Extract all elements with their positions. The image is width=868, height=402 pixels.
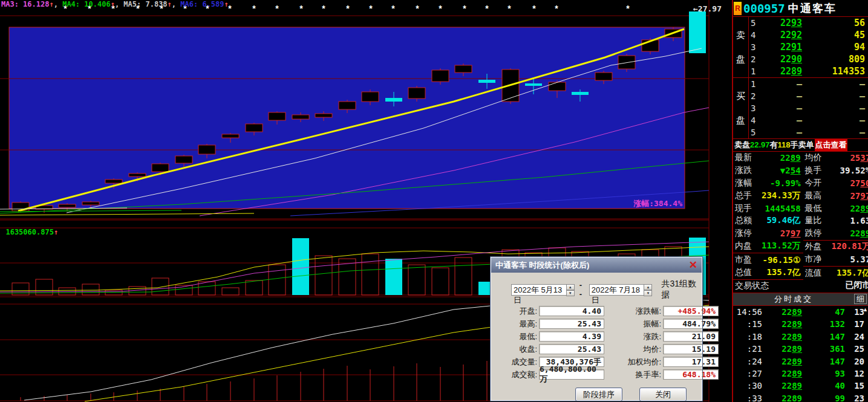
buy-level-row[interactable]: 3 — —: [749, 102, 868, 114]
stat-cell: 换手 39.52%: [803, 164, 868, 177]
stat-value: 2797: [832, 191, 868, 201]
spinner-down-icon[interactable]: ▼: [566, 290, 575, 296]
tick-row[interactable]: :21 2289 361 25: [733, 343, 868, 355]
tick-row[interactable]: :30 2289 40 15: [733, 380, 868, 392]
date-from-input[interactable]: 2022年 5月13日: [511, 284, 566, 296]
spinner-up-icon[interactable]: ▲: [644, 284, 652, 290]
stat-value: 1445458: [762, 204, 801, 213]
buy-level-row[interactable]: 1 — —: [749, 78, 868, 90]
spinner-down-icon[interactable]: ▼: [644, 290, 652, 296]
tick-row[interactable]: :27 2289 93 12: [733, 368, 868, 380]
buy-level-row[interactable]: 5 — —: [749, 126, 868, 138]
spinner-up-icon[interactable]: ▲: [566, 284, 575, 290]
tick-row[interactable]: 14:56 2289 47 13: [733, 306, 868, 318]
field-value-box: 25.43: [539, 344, 604, 354]
field-label: 成交额:: [496, 369, 537, 380]
field-label: 涨跌幅:: [604, 306, 661, 317]
field-label: 最高:: [496, 319, 537, 329]
tick-row[interactable]: :15 2289 132 17: [733, 318, 868, 330]
buy-order-book: 买盘 1 — — 2 — — 3 — —: [733, 78, 868, 139]
candle-up: [152, 164, 169, 172]
stat-label: 现手: [735, 203, 762, 214]
stat-value: 已闭市: [832, 280, 868, 291]
stat-label: 总额: [735, 215, 762, 226]
stock-name: 中通客车: [788, 1, 837, 16]
sell-level-row[interactable]: 2 2290 809: [749, 53, 868, 65]
close-button[interactable]: 关闭: [639, 387, 687, 401]
field-value-box: 648.18%: [663, 369, 719, 380]
up-arrow-icon: ↑: [224, 0, 229, 8]
candle-up: [198, 145, 215, 154]
buy-level-row[interactable]: 2 — —: [749, 90, 868, 102]
day-marker-icon: *: [507, 4, 511, 13]
up-arrow-icon: ↑: [168, 0, 172, 8]
stat-value: 135.7亿: [832, 268, 868, 279]
candle-up: [595, 73, 612, 80]
close-icon[interactable]: ✕: [689, 260, 697, 270]
dialog-titlebar[interactable]: 中通客车 时段统计(除权后) ✕: [491, 258, 702, 273]
field-row: 成交额: 6,480,800.00万 换手率: 648.18%: [496, 368, 702, 381]
tick-list[interactable]: ▲ 14:56 2289 47 13 :15 2289 132 17: [733, 306, 868, 402]
candle-up: [455, 65, 472, 73]
day-marker-icon: *: [463, 4, 466, 13]
scroll-up-icon[interactable]: ▲: [863, 307, 868, 313]
click-to-view-link[interactable]: 点击查看: [815, 139, 847, 151]
tick-row[interactable]: :24 2289 147 20: [733, 355, 868, 367]
stat-label: 换手: [805, 165, 832, 176]
stat-value: 59.46亿: [762, 215, 801, 226]
volume-bar-up: [82, 284, 99, 295]
stat-cell: 今开 2750: [803, 177, 868, 190]
rights-badge-icon: R: [734, 2, 742, 15]
tick-row[interactable]: :18 2289 147 24: [733, 331, 868, 343]
field-label: 振幅:: [604, 319, 661, 329]
stat-cell: 外盘 120.81万: [803, 240, 868, 253]
sell-order-book: 卖盘 5 2293 56 4 2292 45 3 2291: [733, 17, 868, 78]
date-to-spinner[interactable]: ▲▼: [644, 284, 652, 296]
stat-value: 2750: [832, 178, 868, 188]
range-separator: --: [579, 280, 584, 299]
day-marker-icon: *: [439, 4, 442, 13]
stat-value: 113.52万: [762, 241, 801, 251]
sell-side-label: 卖盘: [733, 17, 749, 77]
tick-list-header[interactable]: 分时成交 细: [733, 293, 868, 306]
sell-level-row[interactable]: 3 2291 94: [749, 41, 868, 53]
field-row: 最高: 25.43 振幅: 484.79%: [496, 317, 702, 330]
day-marker-icon: *: [369, 4, 373, 13]
stat-value: 2289: [762, 153, 801, 163]
period-stats-dialog: 中通客车 时段统计(除权后) ✕ 2022年 5月13日 ▲▼ -- 2022年…: [491, 257, 702, 401]
stat-value: 234.33万: [762, 190, 801, 201]
stat-label: 市盈: [735, 254, 762, 265]
day-marker-icon: *: [555, 4, 558, 13]
day-marker-icon: *: [275, 4, 279, 13]
date-to-input[interactable]: 2022年 7月18日: [589, 284, 644, 296]
stat-label: 均价: [805, 152, 832, 163]
group-count-label: 共31组数据: [661, 279, 702, 300]
stat-cell: 内盘 113.52万: [733, 240, 803, 253]
detail-toggle-button[interactable]: 细: [854, 294, 867, 304]
stat-cell: 量比 1.63: [803, 215, 868, 227]
stat-cell: 总手 234.33万: [733, 189, 803, 202]
day-marker-icon: *: [485, 4, 489, 13]
volume-bar-up: [315, 256, 332, 295]
sell-level-row[interactable]: 1 2289 114353: [749, 65, 868, 77]
day-marker-icon: *: [228, 4, 232, 13]
field-value-box: 6,480,800.00万: [539, 369, 604, 380]
stage-sort-button[interactable]: 阶段排序: [575, 387, 622, 401]
day-marker-icon: *: [416, 4, 419, 13]
buy-level-row[interactable]: 4 — —: [749, 114, 868, 126]
volume-bar-up: [222, 288, 239, 295]
field-value-box: 484.79%: [663, 319, 719, 329]
stat-cell: 涨停 2797: [733, 227, 803, 240]
tick-row[interactable]: :33 2289 99 23: [733, 392, 868, 402]
stats-grid: 最新 2289 均价 2537 涨跌 ▼254 换手 39.52% 涨幅 -9.…: [733, 152, 868, 293]
field-label: 加权均价:: [604, 357, 661, 368]
sell-level-row[interactable]: 5 2293 56: [749, 17, 868, 29]
date-from-spinner[interactable]: ▲▼: [566, 284, 575, 296]
stats-fields: 开盘: 4.40 涨跌幅: +485.94% 最高: 25.43 振幅: 484…: [491, 305, 702, 381]
quote-panel: R 000957 中通客车 卖盘 5 2293 56 4 2292 45: [732, 0, 868, 402]
stat-cell: 最低 2289: [803, 202, 868, 215]
sell-level-row[interactable]: 4 2292 45: [749, 29, 868, 41]
stat-label: 外盘: [805, 241, 832, 252]
notice-text: 手卖单: [791, 140, 814, 149]
stat-value: -9.99%: [762, 178, 801, 188]
